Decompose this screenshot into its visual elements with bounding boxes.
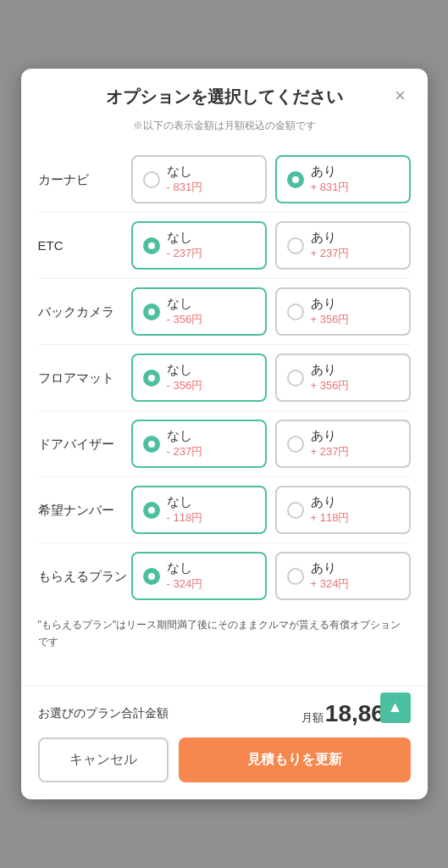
radio-text: あり+ 831円 <box>311 164 350 195</box>
note-text: "もらえるプラン"はリース期間満了後にそのままクルマが貰える有償オプションです <box>21 609 428 653</box>
option-6-choice-1[interactable]: あり+ 324円 <box>275 552 411 600</box>
radio-circle <box>143 370 160 387</box>
submit-button[interactable]: 見積もりを更新 <box>179 737 410 782</box>
radio-price: + 118円 <box>311 510 350 526</box>
radio-text: あり+ 118円 <box>311 494 350 526</box>
option-buttons: なし- 831円あり+ 831円 <box>131 155 411 203</box>
radio-circle <box>287 237 304 254</box>
radio-main: あり <box>311 428 336 444</box>
radio-price: + 237円 <box>311 444 350 459</box>
close-button[interactable]: × <box>387 82 414 109</box>
option-1-choice-0[interactable]: なし- 237円 <box>131 221 267 270</box>
modal-subtitle: ※以下の表示金額は月額税込の金額です <box>21 115 428 147</box>
cancel-button[interactable]: キャンセル <box>38 737 169 782</box>
radio-circle <box>143 502 160 519</box>
option-1-choice-1[interactable]: あり+ 237円 <box>275 221 411 270</box>
scroll-top-button[interactable]: ▲ <box>380 693 411 723</box>
option-3-choice-1[interactable]: あり+ 356円 <box>275 353 411 402</box>
radio-circle <box>287 568 304 585</box>
option-4-choice-1[interactable]: あり+ 237円 <box>275 420 411 468</box>
option-buttons: なし- 237円あり+ 237円 <box>131 221 411 270</box>
radio-circle <box>287 171 304 188</box>
option-label: ドアバイザー <box>38 435 131 453</box>
radio-main: あり <box>311 164 336 180</box>
modal-title: オプションを選択してください <box>106 86 343 108</box>
radio-price: - 237円 <box>167 246 203 261</box>
option-0-choice-1[interactable]: あり+ 831円 <box>275 155 411 203</box>
radio-price: + 356円 <box>311 312 350 327</box>
option-5-choice-1[interactable]: あり+ 118円 <box>275 486 411 534</box>
radio-main: あり <box>311 494 336 510</box>
radio-text: あり+ 237円 <box>311 230 350 261</box>
option-row: 希望ナンバーなし- 118円あり+ 118円 <box>38 477 411 543</box>
option-row: バックカメラなし- 356円あり+ 356円 <box>38 279 411 345</box>
radio-main: あり <box>311 296 336 312</box>
option-buttons: なし- 356円あり+ 356円 <box>131 287 411 336</box>
options-modal: オプションを選択してください × ※以下の表示金額は月額税込の金額です カーナビ… <box>21 69 428 798</box>
radio-price: - 831円 <box>167 180 203 195</box>
option-3-choice-0[interactable]: なし- 356円 <box>131 353 267 402</box>
option-label: バックカメラ <box>38 303 131 320</box>
option-label: もらえるプラン <box>38 567 131 585</box>
radio-price: + 831円 <box>311 180 350 195</box>
radio-circle <box>287 436 304 453</box>
radio-circle <box>287 303 304 320</box>
option-5-choice-0[interactable]: なし- 118円 <box>131 486 267 534</box>
radio-circle <box>143 171 160 188</box>
option-row: ドアバイザーなし- 237円あり+ 237円 <box>38 411 411 477</box>
option-row: ETCなし- 237円あり+ 237円 <box>38 213 411 279</box>
options-list: カーナビなし- 831円あり+ 831円ETCなし- 237円あり+ 237円バ… <box>21 147 428 609</box>
radio-text: あり+ 356円 <box>311 362 350 393</box>
radio-text: なし- 237円 <box>167 230 203 261</box>
radio-text: なし- 356円 <box>167 296 203 327</box>
radio-price: - 118円 <box>167 510 203 526</box>
option-row: フロアマットなし- 356円あり+ 356円 <box>38 345 411 411</box>
radio-price: + 356円 <box>311 378 350 393</box>
total-bar: お選びのプラン合計金額 月額 18,867 円 <box>21 686 428 737</box>
radio-circle <box>143 303 160 320</box>
radio-price: - 356円 <box>167 312 203 327</box>
radio-text: あり+ 324円 <box>311 560 350 592</box>
option-0-choice-0[interactable]: なし- 831円 <box>131 155 267 203</box>
radio-main: なし <box>167 560 192 576</box>
radio-main: なし <box>167 296 192 312</box>
radio-text: あり+ 237円 <box>311 428 350 459</box>
radio-main: あり <box>311 362 336 378</box>
radio-circle <box>287 370 304 387</box>
option-4-choice-0[interactable]: なし- 237円 <box>131 420 267 468</box>
radio-price: - 356円 <box>167 378 203 393</box>
radio-price: + 324円 <box>311 576 350 592</box>
modal-header: オプションを選択してください × <box>21 69 428 115</box>
option-2-choice-0[interactable]: なし- 356円 <box>131 287 267 336</box>
radio-main: なし <box>167 164 192 180</box>
radio-main: あり <box>311 560 336 576</box>
radio-text: なし- 356円 <box>167 362 203 393</box>
option-buttons: なし- 324円あり+ 324円 <box>131 552 411 600</box>
option-buttons: なし- 356円あり+ 356円 <box>131 353 411 402</box>
radio-text: なし- 831円 <box>167 164 203 195</box>
radio-circle <box>287 502 304 519</box>
option-label: フロアマット <box>38 369 131 387</box>
radio-price: - 237円 <box>167 444 203 459</box>
option-buttons: なし- 237円あり+ 237円 <box>131 420 411 468</box>
radio-text: なし- 118円 <box>167 494 203 526</box>
option-label: カーナビ <box>38 170 131 188</box>
radio-text: あり+ 356円 <box>311 296 350 327</box>
radio-main: なし <box>167 230 192 246</box>
option-label: ETC <box>38 236 131 254</box>
radio-price: + 237円 <box>311 246 350 261</box>
radio-text: なし- 237円 <box>167 428 203 459</box>
radio-circle <box>143 568 160 585</box>
radio-main: なし <box>167 494 192 510</box>
action-buttons: キャンセル 見積もりを更新 <box>21 737 428 782</box>
total-prefix: 月額 <box>301 710 324 726</box>
option-buttons: なし- 118円あり+ 118円 <box>131 486 411 534</box>
radio-main: なし <box>167 362 192 378</box>
option-label: 希望ナンバー <box>38 501 131 519</box>
radio-circle <box>143 237 160 254</box>
radio-main: あり <box>311 230 336 246</box>
radio-price: - 324円 <box>167 576 203 592</box>
option-6-choice-0[interactable]: なし- 324円 <box>131 552 267 600</box>
option-2-choice-1[interactable]: あり+ 356円 <box>275 287 411 336</box>
radio-main: なし <box>167 428 192 444</box>
